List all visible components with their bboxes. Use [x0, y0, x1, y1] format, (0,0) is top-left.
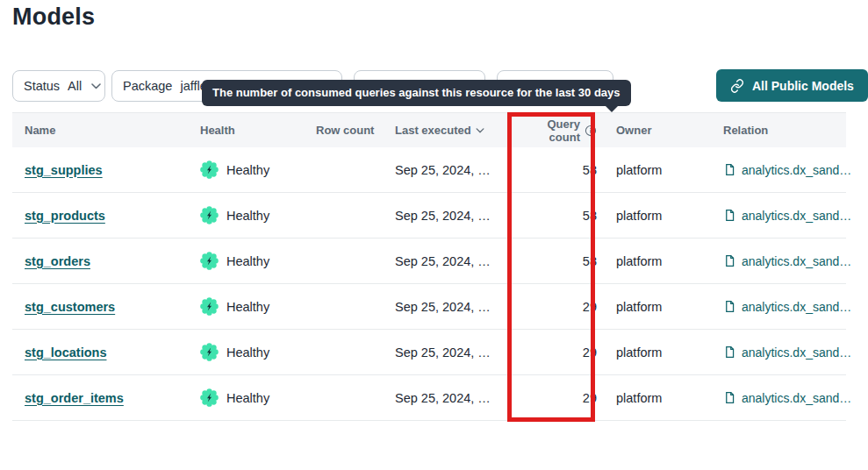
query-count-cell: 29	[520, 345, 607, 360]
health-label: Healthy	[226, 254, 269, 268]
model-link[interactable]: stg_supplies	[25, 163, 103, 177]
health-badge-icon	[200, 206, 219, 224]
query-count-cell: 58	[520, 163, 607, 177]
header-owner: Owner	[607, 124, 714, 137]
last-executed-cell: Sep 25, 2024, …	[395, 391, 491, 405]
model-link[interactable]: stg_locations	[25, 345, 106, 360]
header-row-count: Row count	[314, 124, 393, 137]
tooltip-arrow	[605, 105, 619, 112]
owner-cell: platform	[607, 209, 714, 223]
document-icon	[723, 254, 736, 267]
model-link[interactable]: stg_customers	[25, 300, 115, 314]
all-public-models-button[interactable]: All Public Models	[716, 69, 868, 102]
relation-link[interactable]: analytics.dx_sand…	[723, 209, 851, 223]
all-public-models-label: All Public Models	[752, 79, 854, 93]
info-icon[interactable]	[585, 125, 597, 137]
health-cell: Healthy	[200, 252, 314, 270]
relation-link[interactable]: analytics.dx_sand…	[723, 254, 851, 268]
relation-link[interactable]: analytics.dx_sand…	[723, 163, 851, 177]
document-icon	[723, 163, 736, 176]
owner-cell: platform	[607, 254, 714, 268]
owner-cell: platform	[607, 300, 714, 314]
sort-chevron-down-icon	[476, 128, 484, 133]
table-row: stg_orders Healthy Sep 25, 2024, … 58 pl…	[12, 239, 846, 284]
health-cell: Healthy	[200, 388, 314, 407]
health-cell: Healthy	[200, 206, 314, 224]
table-row: stg_supplies Healthy Sep 25, 2024, … 58 …	[12, 147, 846, 193]
health-label: Healthy	[226, 300, 269, 314]
health-badge-icon	[200, 388, 219, 407]
header-last-executed[interactable]: Last executed	[393, 124, 520, 137]
table-row: stg_locations Healthy Sep 25, 2024, … 29…	[12, 330, 846, 375]
health-cell: Healthy	[200, 343, 314, 361]
health-label: Healthy	[226, 391, 269, 405]
query-count-cell: 29	[520, 391, 607, 405]
health-label: Healthy	[226, 163, 269, 177]
health-cell: Healthy	[200, 160, 314, 179]
last-executed-cell: Sep 25, 2024, …	[395, 163, 491, 177]
health-badge-icon	[200, 297, 219, 316]
last-executed-cell: Sep 25, 2024, …	[395, 254, 491, 268]
relation-link[interactable]: analytics.dx_sand…	[723, 345, 851, 360]
document-icon	[723, 209, 736, 222]
last-executed-cell: Sep 25, 2024, …	[395, 209, 491, 223]
health-badge-icon	[200, 252, 219, 270]
models-page: Models Status All Package jaffle_ All Pu…	[0, 0, 868, 470]
link-chain-icon	[730, 79, 744, 93]
owner-cell: platform	[607, 345, 714, 360]
last-executed-cell: Sep 25, 2024, …	[395, 300, 491, 314]
query-count-cell: 29	[520, 300, 607, 314]
document-icon	[723, 391, 736, 404]
health-badge-icon	[200, 160, 219, 179]
document-icon	[723, 300, 736, 313]
status-filter-label: Status	[24, 79, 60, 93]
relation-link[interactable]: analytics.dx_sand…	[723, 300, 851, 314]
chevron-down-icon	[91, 83, 101, 89]
header-query-count[interactable]: Query count	[520, 118, 607, 144]
query-count-cell: 58	[520, 254, 607, 268]
query-count-tooltip: The number of consumed queries against t…	[202, 80, 631, 106]
health-badge-icon	[200, 343, 219, 361]
status-filter-value: All	[68, 79, 82, 93]
package-filter-label: Package	[123, 79, 172, 93]
health-label: Healthy	[226, 209, 269, 223]
status-filter[interactable]: Status All	[12, 70, 105, 102]
owner-cell: platform	[607, 391, 714, 405]
table-row: stg_products Healthy Sep 25, 2024, … 58 …	[12, 193, 846, 239]
query-count-cell: 58	[520, 209, 607, 223]
tooltip-text: The number of consumed queries against t…	[212, 86, 621, 99]
table-row: stg_order_items Healthy Sep 25, 2024, … …	[12, 375, 846, 421]
model-link[interactable]: stg_orders	[25, 254, 90, 268]
last-executed-cell: Sep 25, 2024, …	[395, 345, 491, 360]
health-cell: Healthy	[200, 297, 314, 316]
page-title: Models	[12, 4, 95, 31]
model-link[interactable]: stg_products	[25, 209, 105, 223]
header-health: Health	[200, 124, 314, 137]
header-relation: Relation	[714, 124, 846, 137]
health-label: Healthy	[226, 345, 269, 360]
table-header-row: Name Health Row count Last executed Quer…	[12, 112, 846, 147]
document-icon	[723, 345, 736, 359]
models-table: Name Health Row count Last executed Quer…	[12, 112, 846, 421]
relation-link[interactable]: analytics.dx_sand…	[723, 391, 851, 405]
model-link[interactable]: stg_order_items	[25, 391, 124, 405]
header-name: Name	[12, 124, 200, 137]
owner-cell: platform	[607, 163, 714, 177]
table-row: stg_customers Healthy Sep 25, 2024, … 29…	[12, 284, 846, 330]
